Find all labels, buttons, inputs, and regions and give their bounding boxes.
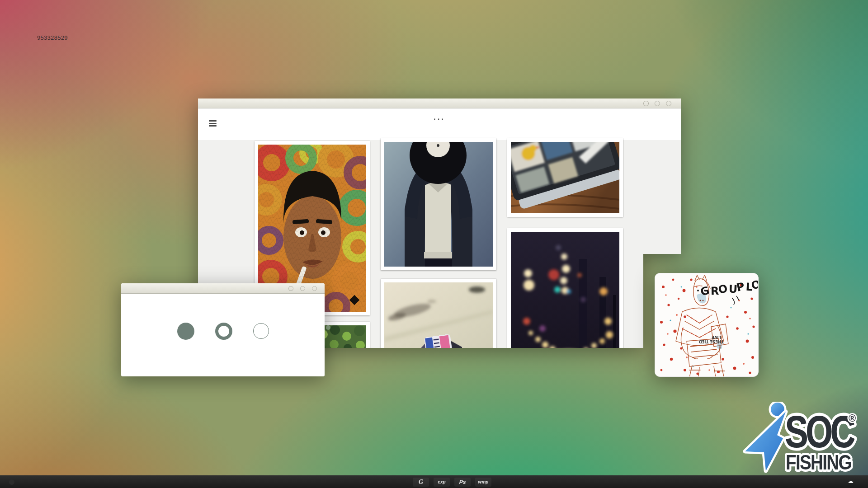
hamburger-menu-icon[interactable] (209, 120, 217, 127)
gallery-titlebar[interactable] (198, 99, 681, 108)
logo-arrow-icon (745, 412, 786, 471)
album-card[interactable]: GROUPLOVE THESE TIED LIVE (655, 273, 759, 377)
circle-options-row (121, 290, 325, 372)
album-note-text-2: LIVE (712, 335, 721, 339)
logo-soc-text: SOC (785, 407, 855, 457)
filled-circle-option[interactable] (177, 323, 194, 340)
desktop: 953328529 ... (0, 0, 868, 488)
photo-card-city-bokeh[interactable] (507, 228, 623, 348)
logo-registered-mark: ® (849, 413, 856, 424)
vinyl-person-image (384, 142, 493, 267)
taskbar-item-wmp[interactable]: wmp (475, 478, 491, 487)
city-bokeh-image (511, 232, 619, 348)
album-note-text-1: THESE TIED (699, 339, 724, 344)
photo-card-tablet-desk[interactable] (507, 138, 623, 217)
taskbar: G exp Ps wmp ☁ (0, 475, 868, 488)
taskbar-left-icon[interactable] (9, 479, 14, 485)
shapes-window (121, 283, 325, 376)
soc-fishing-logo: SOC ® FISHING (739, 402, 861, 476)
more-options-button[interactable]: ... (434, 113, 445, 122)
photo-card-vinyl-person[interactable] (381, 138, 496, 270)
window-circle-button[interactable] (643, 101, 649, 106)
grouplove-album-art: GROUPLOVE THESE TIED LIVE (655, 273, 759, 377)
ring-circle-option[interactable] (215, 323, 232, 340)
window-circle-button[interactable] (655, 101, 660, 106)
taskbar-item-g[interactable]: G (413, 478, 429, 487)
desktop-code-text: 953328529 (37, 34, 68, 41)
window-circle-button[interactable] (666, 101, 671, 106)
photo-card-beach-object[interactable] (381, 279, 496, 348)
taskbar-item-ps[interactable]: Ps (454, 478, 471, 487)
beach-object-image (384, 282, 493, 348)
tablet-desk-image (511, 142, 619, 213)
taskbar-app-group: G exp Ps wmp (413, 476, 491, 488)
gallery-toolbar: ... (198, 108, 681, 140)
taskbar-item-exp[interactable]: exp (434, 478, 450, 487)
outline-circle-option[interactable] (253, 323, 269, 339)
cloud-icon[interactable]: ☁ (848, 478, 854, 484)
logo-fishing-text: FISHING (786, 451, 851, 474)
